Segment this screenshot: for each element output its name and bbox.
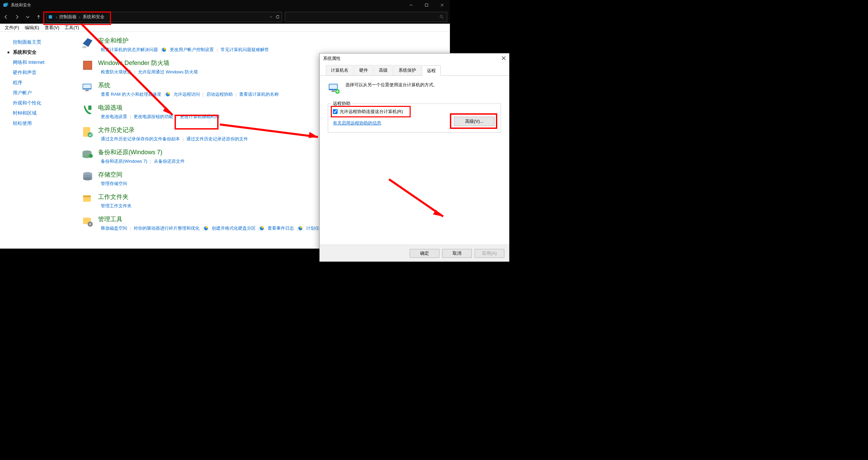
category-link[interactable]: 通过文件历史记录还原你的文件 — [184, 135, 251, 143]
sidebar-item[interactable]: 系统和安全 — [3, 47, 74, 58]
category-icon — [81, 170, 94, 183]
category-link[interactable]: 常见计算机问题疑难解答 — [218, 46, 272, 53]
sidebar-item-label: 外观和个性化 — [13, 100, 41, 106]
category-link[interactable]: 管理存储空间 — [98, 180, 130, 187]
apply-button[interactable]: 应用(A) — [475, 249, 504, 258]
intro-row: 选择可以从另一个位置使用这台计算机的方式。 — [328, 82, 501, 95]
crumb-sub[interactable]: 系统和安全 — [81, 14, 107, 20]
svg-point-7 — [440, 15, 442, 18]
category: 安全和维护检查计算机的状态并解决问题|更改用户帐户控制设置|常见计算机问题疑难解… — [81, 37, 442, 53]
svg-point-30 — [89, 223, 91, 225]
menu-edit[interactable]: 编辑(E) — [22, 25, 42, 31]
category-link[interactable]: 允许远程访问 — [171, 91, 203, 98]
tab-advanced[interactable]: 高级 — [374, 65, 393, 75]
dialog-title: 系统属性 — [323, 55, 341, 62]
up-button[interactable] — [34, 12, 43, 22]
window-title: 系统和安全 — [11, 2, 403, 8]
sidebar-item[interactable]: 网络和 Internet — [3, 58, 74, 68]
recent-button[interactable] — [23, 12, 32, 22]
category-link[interactable]: 释放磁盘空间 — [98, 225, 130, 232]
category-link[interactable]: 创建并格式化硬盘分区 — [209, 225, 258, 232]
svg-rect-11 — [84, 62, 92, 69]
dialog-close-button[interactable] — [502, 56, 506, 61]
category-icon — [81, 126, 94, 139]
category-heading[interactable]: 安全和维护 — [98, 37, 442, 45]
svg-rect-34 — [329, 85, 337, 89]
category-link[interactable]: 检查防火墙状态 — [98, 68, 134, 76]
crumb-root[interactable]: 控制面板 — [57, 14, 79, 20]
category-link[interactable]: 允许应用通过 Windows 防火墙 — [135, 68, 201, 76]
dialog-titlebar: 系统属性 — [320, 53, 509, 64]
svg-rect-3 — [425, 4, 428, 6]
sidebar-item-label: 硬件和声音 — [13, 70, 37, 76]
category-link[interactable]: 查看 RAM 的大小和处理器速度 — [98, 91, 164, 98]
sidebar-item[interactable]: 时钟和区域 — [3, 108, 74, 118]
sidebar-item-label: 用户帐户 — [13, 90, 32, 96]
tab-computer-name[interactable]: 计算机名 — [326, 65, 353, 75]
sidebar-item[interactable]: 用户帐户 — [3, 88, 74, 98]
sidebar-item[interactable]: 控制面板主页 — [3, 37, 74, 47]
svg-rect-6 — [49, 15, 52, 19]
category-link[interactable]: 启动远程协助 — [204, 91, 235, 98]
uac-shield-icon — [165, 92, 170, 97]
forward-button[interactable] — [12, 12, 22, 22]
search-box[interactable] — [285, 12, 447, 22]
uac-shield-icon — [298, 226, 303, 231]
ok-button[interactable]: 确定 — [410, 249, 439, 258]
refresh-icon[interactable] — [276, 15, 280, 19]
svg-line-8 — [442, 17, 443, 19]
back-button[interactable] — [1, 12, 11, 22]
category-link[interactable]: 更改电池设置 — [98, 113, 130, 120]
category-link[interactable]: 更改用户帐户控制设置 — [167, 46, 216, 53]
svg-rect-15 — [88, 106, 92, 110]
close-button[interactable] — [434, 0, 450, 10]
allow-remote-assist-checkbox[interactable] — [333, 109, 338, 114]
category-icon — [81, 104, 94, 116]
menu-file[interactable]: 文件(F) — [2, 25, 22, 31]
svg-rect-1 — [5, 3, 8, 6]
tab-system-protection[interactable]: 系统保护 — [393, 65, 421, 75]
category-icon — [81, 59, 94, 72]
category-link[interactable]: 从备份还原文件 — [151, 158, 187, 165]
intro-text: 选择可以从另一个位置使用这台计算机的方式。 — [345, 82, 438, 88]
sidebar-item[interactable]: 程序 — [3, 78, 74, 88]
sidebar-item[interactable]: 外观和个性化 — [3, 98, 74, 108]
category-link[interactable]: 备份和还原(Windows 7) — [98, 158, 150, 165]
menu-view[interactable]: 查看(V) — [42, 25, 62, 31]
address-bar[interactable]: › 控制面板 › 系统和安全 — [46, 12, 282, 22]
category-link[interactable]: 对你的驱动器进行碎片整理和优化 — [131, 225, 202, 232]
category-icon — [81, 81, 94, 94]
sidebar-item-label: 轻松使用 — [13, 120, 32, 127]
svg-rect-9 — [83, 46, 86, 48]
svg-point-25 — [83, 177, 92, 181]
svg-rect-14 — [85, 90, 89, 91]
category-link[interactable]: 查看该计算机的名称 — [236, 91, 281, 98]
remote-assist-group: 远程协助 允许远程协助连接这台计算机(R) 有关启用远程协助的信息 高级(V).… — [328, 104, 501, 133]
category-link[interactable]: 管理工作文件夹 — [98, 202, 134, 210]
advanced-button[interactable]: 高级(V)... — [454, 117, 495, 126]
tab-remote[interactable]: 远程 — [422, 65, 441, 76]
sidebar-item[interactable]: 硬件和声音 — [3, 68, 74, 78]
window-buttons — [403, 0, 450, 10]
sidebar-item[interactable]: 轻松使用 — [3, 118, 74, 129]
cancel-button[interactable]: 取消 — [442, 249, 472, 258]
uac-shield-icon — [162, 47, 166, 52]
category-icon — [81, 215, 94, 228]
category-link[interactable]: 更改电源按钮的功能 — [131, 113, 176, 120]
cp-icon — [48, 14, 54, 20]
category-link[interactable]: 查看事件日志 — [265, 225, 297, 232]
category-link[interactable]: 检查计算机的状态并解决问题 — [98, 46, 161, 53]
sidebar: 控制面板主页系统和安全网络和 Internet硬件和声音程序用户帐户外观和个性化… — [0, 32, 78, 249]
tab-row: 计算机名 硬件 高级 系统保护 远程 — [320, 64, 509, 76]
minimize-button[interactable] — [403, 0, 419, 10]
maximize-button[interactable] — [419, 0, 434, 10]
category-link[interactable]: 通过文件历史记录保存你的文件备份副本 — [98, 135, 183, 143]
titlebar: 系统和安全 — [0, 0, 450, 10]
category-icon — [81, 37, 94, 49]
remote-icon — [328, 82, 341, 95]
tab-hardware[interactable]: 硬件 — [354, 65, 373, 75]
svg-point-17 — [88, 132, 93, 137]
dropdown-icon[interactable] — [269, 15, 273, 19]
category-link[interactable]: 更改计算机睡眠时间 — [177, 113, 222, 120]
menu-tools[interactable]: 工具(T) — [62, 25, 82, 31]
